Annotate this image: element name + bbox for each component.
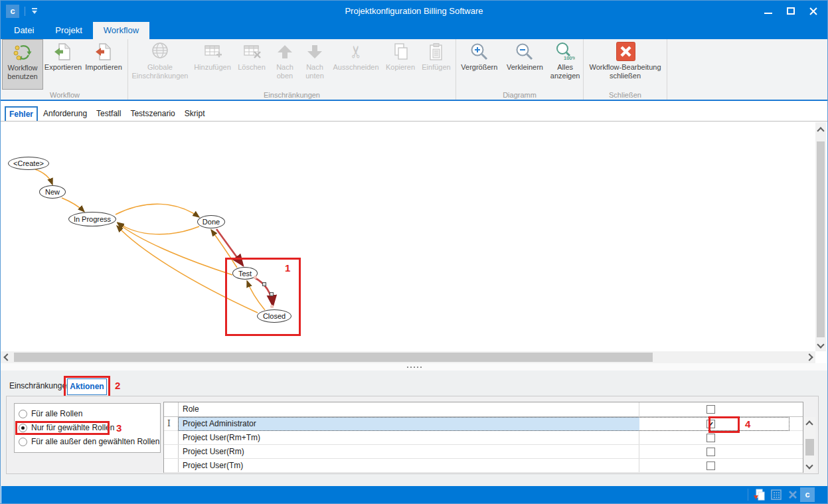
- scroll-left-icon[interactable]: [3, 353, 11, 361]
- zoom-100-icon: 100%: [555, 42, 575, 62]
- column-header-role[interactable]: Role: [183, 404, 199, 414]
- node-create[interactable]: <Create>: [8, 157, 49, 170]
- statusbar: c: [1, 486, 828, 503]
- role-cell[interactable]: Project User(Tm): [183, 461, 243, 470]
- diagram-horizontal-scrollbar[interactable]: [1, 351, 815, 363]
- table-row-project-user-tm[interactable]: Project User(Tm): [164, 459, 803, 473]
- role-cell[interactable]: Project User(Rm+Tm): [183, 433, 260, 442]
- node-new[interactable]: New: [39, 185, 66, 199]
- exportieren-button[interactable]: Exportieren: [43, 39, 83, 87]
- group-label-schliessen: Schließen: [584, 91, 667, 99]
- close-workflow-icon: [616, 42, 635, 62]
- statusbar-app-logo-icon[interactable]: c: [800, 487, 815, 502]
- workflow-benutzen-button[interactable]: Workflow benutzen: [2, 39, 43, 90]
- diagram-vertical-scrollbar[interactable]: [815, 122, 826, 351]
- close-button[interactable]: [802, 1, 825, 22]
- role-checkbox[interactable]: [706, 462, 715, 470]
- row-indicator: I: [167, 419, 171, 428]
- table-add-icon: [203, 42, 222, 62]
- doc-tab-anforderung[interactable]: Anforderung: [39, 106, 91, 121]
- scroll-up-icon[interactable]: [805, 420, 813, 428]
- radio-fuer-alle-ausser[interactable]: Für alle außer den gewählten Rollen: [19, 437, 159, 446]
- button-label: Löschen: [238, 63, 266, 72]
- button-label: Workflow benutzen: [3, 64, 42, 81]
- nach-unten-button[interactable]: Nach unten: [299, 39, 330, 87]
- nach-oben-button[interactable]: Nach oben: [270, 39, 299, 87]
- ribbon-tab-datei[interactable]: Datei: [3, 22, 44, 39]
- importieren-button[interactable]: Importieren: [83, 39, 124, 87]
- annotation-rect-2: [64, 376, 110, 398]
- annotation-number-4: 4: [745, 418, 750, 430]
- role-cell[interactable]: Project User(Rm): [183, 447, 244, 456]
- loeschen-button[interactable]: Löschen: [233, 39, 270, 87]
- table-row-project-user-rm[interactable]: Project User(Rm): [164, 445, 803, 459]
- ausschneiden-button[interactable]: ✂ Ausschneiden: [330, 39, 382, 87]
- scroll-down-icon[interactable]: [805, 462, 813, 469]
- workflow-diagram-canvas[interactable]: <Create> New In Progress Done Test Close…: [3, 122, 815, 351]
- radio-icon[interactable]: [19, 410, 27, 418]
- workflow-edges: [3, 122, 815, 351]
- close-dim-icon[interactable]: [787, 489, 798, 500]
- ribbon-tab-projekt[interactable]: Projekt: [44, 22, 92, 39]
- scroll-right-icon[interactable]: [805, 353, 813, 361]
- radio-fuer-alle-rollen[interactable]: Für alle Rollen: [19, 409, 82, 418]
- annotation-number-1: 1: [285, 262, 290, 274]
- button-label: Workflow-Bearbeitung schließen: [586, 63, 665, 80]
- role-checkbox[interactable]: [706, 448, 715, 456]
- hinzufuegen-button[interactable]: Hinzufügen: [192, 39, 233, 87]
- table-row-project-user-rm-tm[interactable]: Project User(Rm+Tm): [164, 431, 803, 445]
- grid-icon[interactable]: [771, 489, 782, 500]
- scrollbar-thumb[interactable]: [805, 439, 814, 456]
- table-vertical-scrollbar[interactable]: [804, 417, 815, 473]
- copy-document-icon[interactable]: [753, 489, 765, 501]
- einfuegen-button[interactable]: Einfügen: [419, 39, 454, 87]
- minimize-button[interactable]: [757, 1, 780, 22]
- alles-anzeigen-button[interactable]: 100% Alles anzeigen: [547, 39, 583, 87]
- node-in-progress[interactable]: In Progress: [68, 212, 116, 226]
- workflow-use-icon: [13, 42, 33, 62]
- ribbon-group-einschraenkungen: Globale Einschränkungen Hinzufügen: [128, 39, 456, 100]
- app-window: c Projektkonfiguration Billing Software …: [0, 0, 828, 504]
- maximize-button[interactable]: [780, 1, 802, 22]
- ribbon-group-diagramm: Vergrößern Verkleinern 100%: [456, 39, 584, 100]
- maximize-icon: [787, 7, 795, 15]
- button-label: Hinzufügen: [194, 63, 231, 72]
- tab-einschraenkungen[interactable]: Einschränkungen: [9, 381, 71, 390]
- window-title: Projektkonfiguration Billing Software: [1, 1, 827, 22]
- globale-einschraenkungen-button[interactable]: Globale Einschränkungen: [128, 39, 192, 87]
- workflow-bearbeitung-schliessen-button[interactable]: Workflow-Bearbeitung schließen: [586, 39, 665, 87]
- button-label: Verkleinern: [507, 63, 543, 72]
- focused-row-border: [178, 417, 789, 431]
- annotation-number-3: 3: [116, 422, 122, 434]
- ribbon-group-schliessen: Workflow-Bearbeitung schließen Schließen: [584, 39, 667, 100]
- panel-splitter[interactable]: [1, 363, 827, 371]
- zoom-out-icon: [515, 42, 535, 62]
- role-checkbox[interactable]: [706, 434, 715, 442]
- scrollbar-thumb[interactable]: [817, 141, 825, 337]
- arrow-up-icon: [275, 42, 295, 62]
- scroll-up-icon[interactable]: [817, 127, 824, 134]
- doc-tab-testfall[interactable]: Testfall: [92, 106, 125, 121]
- annotation-rect-3: [15, 421, 110, 435]
- ribbon-tab-bar: Datei Projekt Workflow: [1, 22, 827, 39]
- scroll-down-icon[interactable]: [817, 341, 824, 348]
- radio-icon[interactable]: [19, 438, 27, 446]
- ribbon-tab-workflow[interactable]: Workflow: [93, 22, 149, 39]
- doc-tab-skript[interactable]: Skript: [181, 106, 209, 121]
- scissors-icon: ✂: [346, 45, 366, 59]
- table-header-row[interactable]: Role: [164, 402, 803, 417]
- vergroessern-button[interactable]: Vergrößern: [456, 39, 503, 87]
- doc-tab-testszenario[interactable]: Testszenario: [126, 106, 179, 121]
- header-checkbox[interactable]: [706, 405, 715, 414]
- group-label-diagramm: Diagramm: [456, 91, 583, 99]
- doc-tab-fehler[interactable]: Fehler: [5, 106, 38, 121]
- node-done[interactable]: Done: [197, 215, 225, 228]
- kopieren-button[interactable]: Kopieren: [382, 39, 419, 87]
- arrow-down-icon: [305, 42, 325, 62]
- ribbon: Workflow benutzen Exportieren: [1, 39, 827, 101]
- button-label: Nach unten: [299, 63, 330, 80]
- globe-icon: [150, 42, 170, 62]
- table-row-project-administrator[interactable]: I Project Administrator ✓: [164, 417, 803, 431]
- scrollbar-thumb[interactable]: [14, 353, 653, 362]
- verkleinern-button[interactable]: Verkleinern: [503, 39, 548, 87]
